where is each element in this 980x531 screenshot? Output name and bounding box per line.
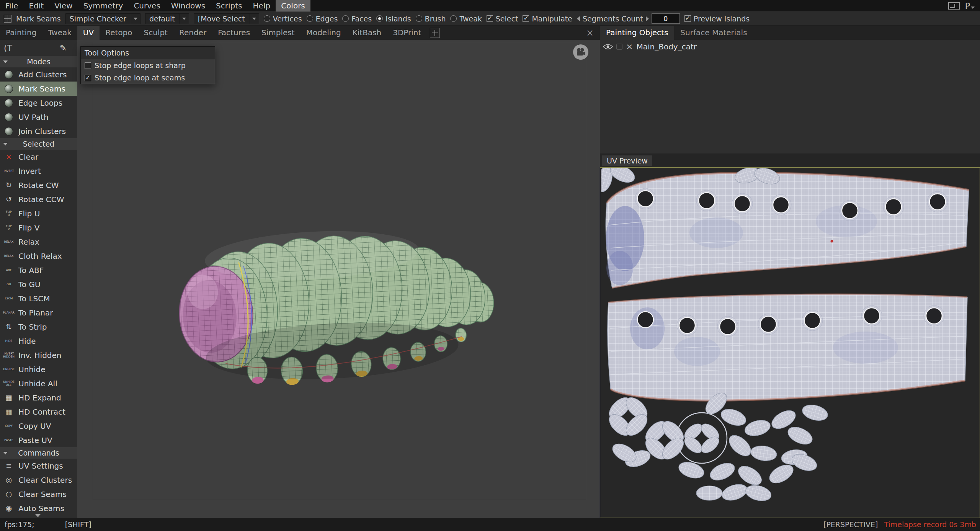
sidebar-item-rotate-ccw[interactable]: ↺ Rotate CCW: [0, 192, 77, 206]
delete-object-icon[interactable]: ×: [626, 44, 633, 50]
radio-brush[interactable]: Brush: [416, 15, 446, 23]
sidebar-item-paste-uv[interactable]: PASTE Paste UV: [0, 433, 77, 447]
sidebar-item-clear[interactable]: × Clear: [0, 150, 77, 164]
ghost-visibility-icon[interactable]: [616, 44, 622, 50]
sidebar-item-invert[interactable]: INVERT Invert: [0, 164, 77, 178]
sidebar-item-rotate-cw[interactable]: ↻ Rotate CW: [0, 178, 77, 192]
sidebar-item-to-abf[interactable]: ABF To ABF: [0, 263, 77, 277]
tab-kitbash[interactable]: KitBash: [347, 26, 387, 40]
camera-icon[interactable]: [573, 44, 588, 60]
sidebar-item-hd-expand[interactable]: ▦ HD Expand: [0, 390, 77, 405]
radio-icon[interactable]: [307, 15, 313, 22]
radio-icon[interactable]: [376, 15, 383, 22]
tab-factures[interactable]: Factures: [212, 26, 256, 40]
sidebar-item-to-planar[interactable]: PLANAR To Planar: [0, 306, 77, 320]
select-checkbox[interactable]: Select: [487, 15, 518, 23]
radio-icon[interactable]: [342, 15, 349, 22]
sidebar-item-mark-seams[interactable]: Mark Seams: [0, 82, 77, 96]
radio-icon[interactable]: [416, 15, 422, 22]
sidebar-item-clear-seams[interactable]: ○ Clear Seams: [0, 487, 77, 501]
viewport-3d-model[interactable]: [77, 40, 600, 518]
tab-tweak[interactable]: Tweak: [42, 26, 77, 40]
sidebar-item-edge-loops[interactable]: Edge Loops: [0, 96, 77, 110]
tab-retopo[interactable]: Retopo: [100, 26, 138, 40]
segments-decrease-arrow[interactable]: [577, 16, 580, 21]
eye-icon[interactable]: [603, 44, 613, 50]
radio-edges[interactable]: Edges: [307, 15, 338, 23]
sidebar-item-auto-seams[interactable]: ◉ Auto Seams: [0, 501, 77, 515]
object-name[interactable]: Main_Body_catr: [636, 42, 697, 51]
sidebar-item-join-clusters[interactable]: Join Clusters: [0, 124, 77, 138]
sidebar-item-copy-uv[interactable]: COPY Copy UV: [0, 419, 77, 433]
tab-uv[interactable]: UV: [77, 26, 100, 40]
sidebar-item-flip-v[interactable]: FLIP V Flip V: [0, 221, 77, 235]
sidebar-item-unhide[interactable]: UNHIDE Unhide: [0, 362, 77, 376]
section-header-commands[interactable]: Commands: [0, 447, 77, 459]
screen-layout-icon[interactable]: [948, 2, 960, 10]
option-stop-edge-loop-at-seams[interactable]: Stop edge loop at seams: [81, 72, 215, 84]
sidebar-item-uv-settings[interactable]: ≡ UV Settings: [0, 459, 77, 473]
sidebar-item-uv-path[interactable]: UV Path: [0, 110, 77, 124]
radio-icon[interactable]: [450, 15, 457, 22]
p-menu-icon[interactable]: P: [965, 1, 975, 11]
tab-render[interactable]: Render: [173, 26, 212, 40]
sidebar-item-to-strip[interactable]: ⇅ To Strip: [0, 320, 77, 334]
radio-islands[interactable]: Islands: [376, 15, 411, 23]
tab-painting[interactable]: Painting: [0, 26, 42, 40]
menu-view[interactable]: View: [49, 0, 78, 11]
tool-options-title[interactable]: Tool Options: [81, 47, 215, 59]
segments-increase-arrow[interactable]: [646, 16, 649, 21]
menu-curves[interactable]: Curves: [128, 0, 165, 11]
object-list-item[interactable]: × Main_Body_catr: [600, 40, 980, 54]
viewport-3d[interactable]: Tool Options Stop edge loops at sharp St…: [77, 40, 600, 518]
move-select-dropdown[interactable]: [Move Select: [194, 13, 259, 24]
preset-dropdown[interactable]: default: [145, 13, 189, 24]
sidebar-scroll-down-icon[interactable]: [35, 514, 41, 517]
tab-modeling[interactable]: Modeling: [301, 26, 347, 40]
sidebar-item-clear-clusters[interactable]: ◎ Clear Clusters: [0, 473, 77, 487]
close-icon[interactable]: ×: [586, 28, 600, 38]
sidebar-item-add-clusters[interactable]: Add Clusters: [0, 67, 77, 82]
sidebar-item-unhide-all[interactable]: UNHIDE ALL Unhide All: [0, 376, 77, 390]
segments-count-input[interactable]: [652, 13, 680, 24]
checkbox-icon[interactable]: [85, 75, 91, 81]
section-header-selected[interactable]: Selected: [0, 138, 77, 150]
tab-surface-materials[interactable]: Surface Materials: [674, 26, 753, 40]
uv-preview-title[interactable]: UV Preview: [602, 155, 652, 166]
radio-icon[interactable]: [264, 15, 270, 22]
sidebar-item-hd-contract[interactable]: ▦ HD Contract: [0, 405, 77, 419]
menu-help[interactable]: Help: [248, 0, 276, 11]
radio-vertices[interactable]: Vertices: [264, 15, 302, 23]
sidebar-item-inv-hidden[interactable]: INVERT HIDDEN Inv. Hidden: [0, 348, 77, 362]
checkbox-icon[interactable]: [523, 15, 529, 22]
uv-preview-canvas[interactable]: [600, 167, 980, 518]
sidebar-item-to-lscm[interactable]: LSCM To LSCM: [0, 291, 77, 306]
sidebar-item-flip-u[interactable]: FLIP U Flip U: [0, 206, 77, 221]
menu-scripts[interactable]: Scripts: [211, 0, 247, 11]
add-room-button[interactable]: [430, 28, 440, 38]
menu-file[interactable]: File: [0, 0, 23, 11]
pencil-icon[interactable]: ✎: [60, 43, 67, 53]
sidebar-item-cloth-relax[interactable]: RELAX Cloth Relax: [0, 249, 77, 263]
menu-edit[interactable]: Edit: [23, 0, 49, 11]
preview-islands-checkbox[interactable]: Preview Islands: [684, 15, 750, 23]
option-stop-edge-loops-at-sharp[interactable]: Stop edge loops at sharp: [81, 59, 215, 72]
section-header-modes[interactable]: Modes: [0, 56, 77, 67]
checkbox-icon[interactable]: [684, 15, 691, 22]
manipulate-checkbox[interactable]: Manipulate: [523, 15, 572, 23]
checkbox-icon[interactable]: [85, 62, 91, 69]
menu-symmetry[interactable]: Symmetry: [78, 0, 129, 11]
tab-3dprint[interactable]: 3DPrint: [387, 26, 427, 40]
sidebar-item-hide[interactable]: HIDE Hide: [0, 334, 77, 348]
tab-sculpt[interactable]: Sculpt: [138, 26, 173, 40]
checker-dropdown[interactable]: Simple Checker: [65, 13, 140, 24]
radio-tweak[interactable]: Tweak: [450, 15, 482, 23]
sidebar-item-to-gu[interactable]: GU To GU: [0, 277, 77, 291]
menu-colors[interactable]: Colors: [276, 0, 310, 11]
tab-simplest[interactable]: Simplest: [256, 26, 301, 40]
menu-windows[interactable]: Windows: [166, 0, 211, 11]
checkbox-icon[interactable]: [487, 15, 493, 22]
radio-faces[interactable]: Faces: [342, 15, 372, 23]
sidebar-item-relax[interactable]: RELAX Relax: [0, 235, 77, 249]
tab-painting-objects[interactable]: Painting Objects: [600, 26, 674, 40]
